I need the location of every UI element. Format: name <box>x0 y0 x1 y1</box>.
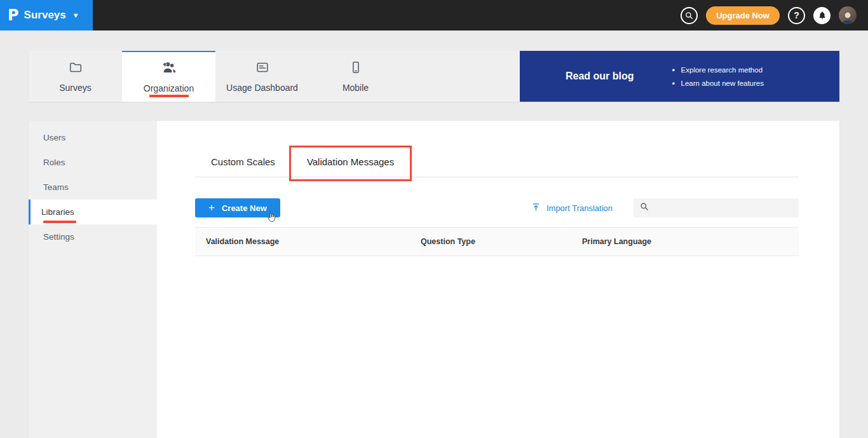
import-translation-label: Import Translation <box>546 203 613 213</box>
search-icon <box>640 202 649 214</box>
validation-table-header: Validation Message Question Type Primary… <box>195 227 799 256</box>
nav-tab-surveys[interactable]: Surveys <box>29 51 122 102</box>
column-header-primary-language: Primary Language <box>582 237 799 246</box>
folder-icon <box>68 60 83 77</box>
notifications-bell-icon[interactable] <box>813 7 831 24</box>
sidebar-item-label: Roles <box>43 158 65 167</box>
blog-bullet: Explore research method <box>672 66 764 74</box>
table-search-box[interactable] <box>634 198 799 217</box>
search-input[interactable] <box>654 203 792 213</box>
validation-table-body <box>195 256 799 332</box>
tab-label: Custom Scales <box>211 156 275 167</box>
organization-sidebar: Users Roles Teams Libraries Settings <box>29 121 157 438</box>
page: P Surveys ▼ Upgrade Now ? Surveys <box>0 0 868 438</box>
sidebar-item-users[interactable]: Users <box>29 125 157 150</box>
product-name: Surveys <box>24 9 66 22</box>
create-new-button[interactable]: + Create New <box>195 198 280 217</box>
top-bar: P Surveys ▼ Upgrade Now ? <box>0 0 868 31</box>
module-nav: Surveys Organization Usage Dashboard Mob… <box>29 51 839 102</box>
nav-tab-label: Organization <box>144 83 194 93</box>
sidebar-item-label: Libraries <box>41 207 74 217</box>
sidebar-item-teams[interactable]: Teams <box>29 175 157 200</box>
sidebar-item-label: Teams <box>43 182 69 192</box>
nav-tab-organization[interactable]: Organization <box>122 51 215 102</box>
sidebar-item-roles[interactable]: Roles <box>29 150 157 175</box>
topbar-actions: Upgrade Now ? <box>681 6 868 25</box>
upgrade-now-button[interactable]: Upgrade Now <box>706 6 780 25</box>
nav-tab-label: Surveys <box>59 83 92 93</box>
blog-bullet: Learn about new features <box>672 79 764 87</box>
sidebar-item-settings[interactable]: Settings <box>29 224 157 249</box>
tab-validation-messages[interactable]: Validation Messages <box>291 149 410 177</box>
toolbar-right-group: Import Translation <box>531 198 799 217</box>
nav-tab-label: Mobile <box>342 83 369 93</box>
nav-tab-usage-dashboard[interactable]: Usage Dashboard <box>215 51 309 102</box>
column-header-question-type: Question Type <box>421 237 582 246</box>
import-icon <box>531 202 541 214</box>
sidebar-item-label: Users <box>43 133 65 142</box>
chevron-down-icon: ▼ <box>72 11 79 19</box>
libraries-content: Custom Scales Validation Messages + Crea… <box>157 121 839 438</box>
import-translation-link[interactable]: Import Translation <box>531 202 613 214</box>
brand-logo-icon: P <box>8 7 19 23</box>
dashboard-icon <box>255 60 270 77</box>
blog-bullet-list: Explore research method Learn about new … <box>672 66 764 87</box>
library-tabs: Custom Scales Validation Messages <box>195 149 799 177</box>
people-add-icon <box>161 61 177 78</box>
create-new-label: Create New <box>222 203 267 213</box>
nav-tab-mobile[interactable]: Mobile <box>309 51 402 102</box>
user-avatar[interactable] <box>839 6 857 24</box>
plus-icon: + <box>208 202 215 213</box>
mobile-icon <box>349 60 363 77</box>
sidebar-item-label: Settings <box>43 232 74 242</box>
blog-panel-title: Read our blog <box>566 71 634 82</box>
tab-label: Validation Messages <box>307 156 394 167</box>
search-icon[interactable] <box>681 7 698 24</box>
nav-tab-label: Usage Dashboard <box>226 83 298 93</box>
tab-custom-scales[interactable]: Custom Scales <box>195 149 291 177</box>
product-switcher[interactable]: P Surveys ▼ <box>0 0 93 31</box>
blog-promo-panel[interactable]: Read our blog Explore research method Le… <box>520 51 839 102</box>
help-icon[interactable]: ? <box>788 7 805 24</box>
column-header-validation-message: Validation Message <box>206 237 421 246</box>
organization-panel: Users Roles Teams Libraries Settings Cus… <box>29 121 839 438</box>
annotation-underline <box>149 95 189 97</box>
sidebar-item-libraries[interactable]: Libraries <box>29 200 157 224</box>
validation-toolbar: + Create New Import Translation <box>195 198 799 217</box>
annotation-underline <box>43 221 76 223</box>
